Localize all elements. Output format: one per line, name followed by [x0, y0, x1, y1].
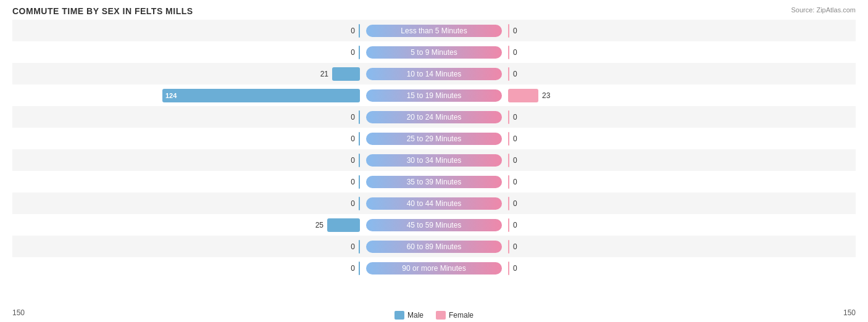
- chart-row: 2110 to 14 Minutes0: [12, 63, 856, 85]
- female-value: 23: [542, 91, 550, 100]
- row-label-box: 5 to 9 Minutes: [360, 46, 508, 59]
- row-label: 30 to 34 Minutes: [366, 154, 502, 167]
- female-zero: 0: [513, 27, 517, 35]
- female-zero: 0: [513, 221, 517, 229]
- female-bar-wrap: 0: [508, 236, 856, 257]
- male-zero: 0: [351, 134, 355, 143]
- male-swatch: [394, 311, 404, 320]
- female-bar: [508, 24, 509, 38]
- female-bar: [508, 197, 509, 210]
- row-label: 20 to 24 Minutes: [366, 111, 502, 123]
- row-label: 35 to 39 Minutes: [366, 176, 502, 188]
- male-value: 25: [315, 221, 323, 229]
- female-bar-wrap: 0: [508, 214, 856, 236]
- axis-labels: 150 Male Female 150: [0, 306, 868, 320]
- female-bar-wrap: 0: [508, 149, 856, 171]
- male-label: Male: [407, 311, 424, 320]
- female-zero: 0: [513, 70, 517, 78]
- female-bar: [508, 218, 509, 232]
- chart-row: 060 to 89 Minutes0: [12, 236, 856, 257]
- chart-row: 2545 to 59 Minutes0: [12, 214, 856, 236]
- row-label-box: 40 to 44 Minutes: [360, 197, 508, 210]
- female-zero: 0: [513, 199, 517, 208]
- female-zero: 0: [513, 134, 517, 143]
- male-zero: 0: [351, 178, 355, 186]
- chart-area: 0Less than 5 Minutes005 to 9 Minutes0211…: [12, 20, 856, 277]
- row-label: 25 to 29 Minutes: [366, 133, 502, 145]
- female-zero: 0: [513, 178, 517, 186]
- row-label: 5 to 9 Minutes: [366, 46, 502, 59]
- row-label: 45 to 59 Minutes: [366, 219, 502, 231]
- female-bar: [508, 154, 509, 167]
- row-label-box: 90 or more Minutes: [360, 262, 508, 275]
- row-label: 90 or more Minutes: [366, 262, 502, 275]
- female-zero: 0: [513, 242, 517, 251]
- female-zero: 0: [513, 156, 517, 165]
- female-bar: [508, 46, 509, 59]
- row-label-box: 35 to 39 Minutes: [360, 176, 508, 188]
- male-bar: 124: [162, 89, 360, 102]
- male-bar-wrap: 0: [12, 192, 360, 214]
- row-label-box: 30 to 34 Minutes: [360, 154, 508, 167]
- female-zero: 0: [513, 113, 517, 122]
- male-zero: 0: [351, 48, 355, 57]
- male-bar-wrap: 0: [12, 20, 360, 41]
- female-bar-wrap: 0: [508, 192, 856, 214]
- legend: Male Female: [394, 311, 474, 320]
- female-bar: [508, 262, 509, 275]
- row-label-box: 45 to 59 Minutes: [360, 219, 508, 231]
- chart-row: 025 to 29 Minutes0: [12, 128, 856, 149]
- row-label: 60 to 89 Minutes: [366, 241, 502, 253]
- male-bar-wrap: 0: [12, 257, 360, 279]
- row-label-box: Less than 5 Minutes: [360, 25, 508, 37]
- row-label-box: 25 to 29 Minutes: [360, 133, 508, 145]
- male-bar-wrap: 21: [12, 63, 360, 85]
- bottom-section: 150 Male Female 150: [0, 306, 868, 320]
- male-bar-wrap: 0: [12, 171, 360, 192]
- female-bar-wrap: 0: [508, 41, 856, 63]
- male-bar-wrap: 0: [12, 106, 360, 128]
- female-swatch: [436, 311, 446, 320]
- legend-male: Male: [394, 311, 424, 320]
- chart-row: 12415 to 19 Minutes23: [12, 85, 856, 106]
- female-zero: 0: [513, 48, 517, 57]
- male-zero: 0: [351, 242, 355, 251]
- male-zero: 0: [351, 27, 355, 35]
- row-label-box: 60 to 89 Minutes: [360, 241, 508, 253]
- male-bar-wrap: 0: [12, 128, 360, 149]
- male-bar-wrap: 124: [12, 85, 360, 106]
- female-bar-wrap: 0: [508, 63, 856, 85]
- male-bar-wrap: 0: [12, 149, 360, 171]
- female-bar-wrap: 0: [508, 257, 856, 279]
- female-bar-wrap: 0: [508, 171, 856, 192]
- male-zero: 0: [351, 199, 355, 208]
- male-bar-wrap: 25: [12, 214, 360, 236]
- row-label: 15 to 19 Minutes: [366, 89, 502, 102]
- chart-row: 090 or more Minutes0: [12, 257, 856, 279]
- male-bar-wrap: 0: [12, 41, 360, 63]
- female-bar-wrap: 0: [508, 106, 856, 128]
- chart-row: 020 to 24 Minutes0: [12, 106, 856, 128]
- axis-right: 150: [843, 308, 856, 320]
- female-bar-wrap: 0: [508, 128, 856, 149]
- female-bar: [508, 132, 509, 146]
- chart-title: COMMUTE TIME BY SEX IN FELTS MILLS: [12, 6, 856, 16]
- row-label-box: 10 to 14 Minutes: [360, 68, 508, 80]
- female-bar: [508, 67, 509, 81]
- female-bar: [508, 175, 509, 189]
- female-bar: [508, 89, 538, 102]
- male-zero: 0: [351, 264, 355, 273]
- chart-row: 030 to 34 Minutes0: [12, 149, 856, 171]
- chart-row: 035 to 39 Minutes0: [12, 171, 856, 192]
- female-label: Female: [449, 311, 474, 320]
- chart-container: COMMUTE TIME BY SEX IN FELTS MILLS Sourc…: [0, 0, 868, 322]
- chart-row: 0Less than 5 Minutes0: [12, 20, 856, 41]
- row-label: 40 to 44 Minutes: [366, 197, 502, 210]
- row-label-box: 15 to 19 Minutes: [360, 89, 508, 102]
- male-value: 21: [320, 70, 328, 78]
- male-bar-wrap: 0: [12, 236, 360, 257]
- female-bar-wrap: 23: [508, 85, 856, 106]
- row-label: 10 to 14 Minutes: [366, 68, 502, 80]
- female-zero: 0: [513, 264, 517, 273]
- male-zero: 0: [351, 113, 355, 122]
